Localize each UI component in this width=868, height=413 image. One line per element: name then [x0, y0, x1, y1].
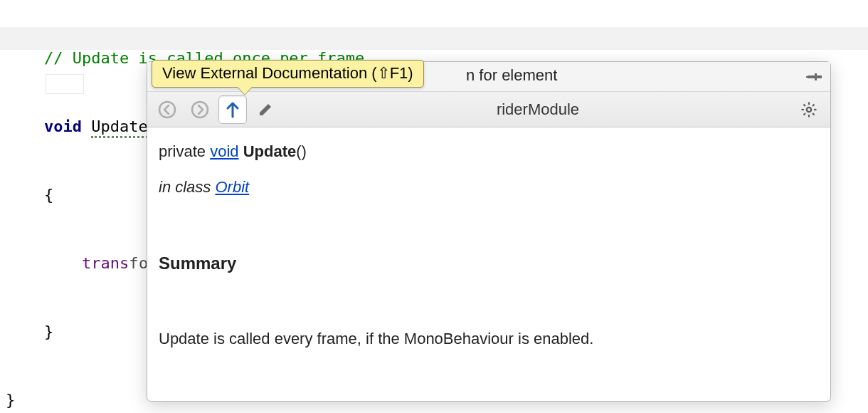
svg-rect-1: [815, 73, 817, 80]
documentation-popup: n for element: [147, 61, 831, 402]
in-class-prefix: in class: [159, 178, 215, 196]
in-class-line: in class Orbit: [159, 176, 819, 199]
pin-icon[interactable]: [806, 68, 823, 85]
svg-rect-3: [806, 76, 808, 78]
popup-toolbar: riderModule: [147, 92, 830, 127]
settings-button[interactable]: [795, 95, 823, 124]
summary-text: Update is called every frame, if the Mon…: [159, 328, 819, 350]
identifier-trans: trans: [82, 254, 129, 272]
summary-heading: Summary: [159, 251, 819, 276]
method-name-update[interactable]: Update: [91, 117, 147, 138]
svg-line-11: [804, 104, 806, 106]
svg-rect-0: [808, 75, 815, 78]
tooltip-text: View External Documentation (⇧F1): [162, 64, 413, 82]
svg-point-6: [807, 107, 811, 111]
popup-header-fragment: n for element: [466, 66, 557, 85]
brace-close: }: [44, 323, 53, 340]
in-class-link[interactable]: Orbit: [215, 178, 249, 196]
edit-button[interactable]: [251, 95, 280, 124]
brace-open: {: [44, 186, 53, 204]
svg-point-4: [159, 102, 175, 117]
indent-guide-box: [46, 74, 84, 94]
back-button[interactable]: [153, 95, 181, 124]
signature-void-link[interactable]: void: [210, 142, 238, 160]
tooltip: View External Documentation (⇧F1): [152, 60, 424, 88]
toolbar-title: riderModule: [284, 100, 792, 119]
keyword-void: void: [44, 117, 82, 135]
svg-line-14: [804, 113, 806, 115]
forward-button[interactable]: [186, 95, 214, 124]
svg-line-13: [813, 104, 815, 106]
svg-line-12: [813, 113, 815, 115]
signature-private: private: [159, 142, 210, 160]
popup-body: private void Update() in class Orbit Sum…: [147, 127, 830, 358]
svg-rect-2: [817, 75, 822, 78]
svg-point-5: [192, 102, 208, 117]
signature-method-name: Update: [243, 142, 297, 160]
outer-brace-close: }: [6, 391, 15, 409]
external-docs-button[interactable]: [218, 95, 247, 124]
signature-line: private void Update(): [159, 140, 819, 163]
signature-parens: (): [296, 142, 307, 160]
